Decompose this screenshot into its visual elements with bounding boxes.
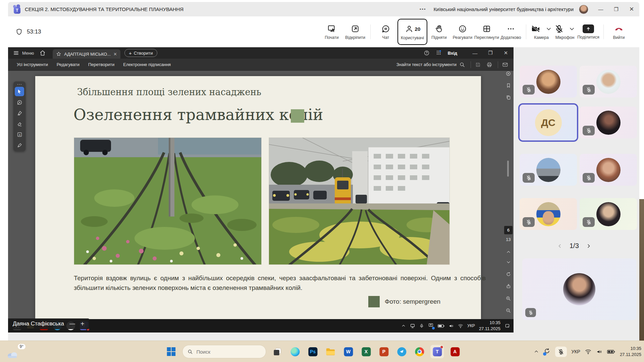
participant-tile[interactable] [520, 66, 577, 98]
taskbar-search[interactable] [182, 345, 266, 358]
task-view-button[interactable] [270, 345, 284, 358]
slide-title: Озеленення трамвайних колій [73, 106, 323, 124]
maximize-button[interactable]: ❐ [608, 2, 624, 16]
participant-tile-active-speaker[interactable]: ДС [520, 105, 577, 140]
camera-button[interactable]: Камера [530, 20, 553, 44]
toolbar-grip[interactable] [17, 83, 22, 85]
telegram-icon[interactable] [395, 345, 408, 358]
edge-icon[interactable] [288, 345, 302, 358]
chat-button[interactable]: Чат [374, 20, 397, 44]
document-tab[interactable]: АДАПТАЦІЯ МІСЬКО... ✕ [53, 49, 120, 59]
rail-comment-icon[interactable] [504, 69, 513, 77]
battery-icon[interactable] [607, 349, 615, 354]
react-button[interactable]: Реагувати [451, 20, 474, 44]
start-share-button[interactable]: Почати [320, 20, 343, 44]
comment-tool[interactable] [15, 98, 24, 107]
people-button[interactable]: 20 Користувачі [397, 19, 427, 45]
language-indicator[interactable]: УКР [572, 349, 580, 354]
export-icon[interactable] [504, 282, 513, 290]
acrobat-taskbar-icon[interactable]: A [448, 345, 462, 358]
leave-button[interactable]: Вийти [607, 20, 631, 44]
teams-taskbar-icon[interactable]: T [430, 345, 444, 358]
select-tool[interactable] [15, 87, 24, 96]
tray-mic-muted[interactable] [555, 347, 567, 357]
raise-hand-button[interactable]: Підняти [427, 20, 451, 44]
acrobat-menu-label[interactable]: Меню [22, 51, 34, 56]
participant-tile-large[interactable] [522, 258, 636, 320]
menu-all-tools[interactable]: Усі інструменти [17, 62, 48, 67]
tray-chevron-icon[interactable] [534, 349, 539, 354]
search-icon [187, 349, 193, 355]
taskbar-clock[interactable]: 10:35 27.11.2025 [620, 346, 641, 357]
acrobat-menubar: Усі інструменти Редагувати Перетворити Е… [8, 59, 514, 71]
pager-next-icon[interactable] [586, 243, 592, 249]
share-button[interactable]: Поділитися [577, 20, 600, 44]
hamburger-menu-icon[interactable] [13, 50, 19, 56]
eraser-tool[interactable] [15, 119, 24, 128]
highlight-tool[interactable] [15, 108, 24, 118]
sync-icon[interactable] [544, 348, 550, 356]
refresh-icon[interactable] [504, 270, 513, 278]
wifi-icon[interactable] [585, 349, 591, 354]
remote-lang[interactable]: УКР [467, 323, 475, 328]
home-icon[interactable] [39, 50, 46, 56]
tab-close-icon[interactable]: ✕ [113, 52, 117, 57]
menu-esign[interactable]: Електронне підписання [123, 62, 171, 67]
unpin-button[interactable]: Відкріпити [343, 20, 367, 44]
powerpoint-icon[interactable]: P [377, 345, 390, 358]
print-icon[interactable] [486, 62, 492, 68]
camera-off-icon [531, 24, 541, 34]
word-icon[interactable]: W [341, 345, 355, 358]
create-button[interactable]: +Створити [124, 49, 157, 57]
titlebar-more-icon[interactable]: ••• [420, 7, 426, 12]
text-tool[interactable]: A [15, 130, 24, 139]
scroll-up-icon[interactable] [504, 248, 513, 256]
remote-tray-chevron-icon[interactable] [401, 323, 406, 328]
user-avatar[interactable] [579, 5, 588, 14]
view-button[interactable]: Переглянути [474, 20, 499, 44]
file-explorer-icon[interactable] [324, 345, 337, 358]
close-button[interactable]: ✕ [624, 2, 639, 16]
participant-tile[interactable] [520, 198, 577, 230]
avatar [596, 111, 621, 135]
mic-button[interactable]: Мікрофон [553, 20, 577, 44]
volume-icon[interactable] [596, 349, 602, 355]
chrome-icon[interactable] [413, 345, 426, 358]
menu-convert[interactable]: Перетворити [88, 62, 114, 67]
zoom-in-icon[interactable] [504, 294, 513, 302]
acrobat-restore[interactable]: ❐ [483, 47, 498, 59]
participant-tile[interactable] [580, 154, 637, 186]
search-input[interactable] [196, 349, 253, 355]
remote-notification-icon[interactable] [504, 323, 510, 328]
nameplate-minimize-icon[interactable]: — [69, 320, 75, 327]
scroll-down-icon[interactable] [504, 258, 513, 266]
zoom-out-icon[interactable] [504, 306, 513, 314]
participant-tile[interactable] [580, 107, 637, 138]
excel-icon[interactable]: X [359, 345, 373, 358]
save-icon[interactable] [475, 62, 481, 68]
weather-widget[interactable]: 9° [7, 344, 25, 359]
help-icon[interactable] [424, 50, 430, 56]
mic-chevron-icon[interactable] [569, 25, 575, 32]
star-icon[interactable] [56, 51, 61, 57]
more-button[interactable]: Додатково [499, 20, 523, 44]
pager-prev-icon[interactable] [557, 243, 563, 249]
apps-grid-icon[interactable] [436, 50, 442, 57]
start-button[interactable] [164, 345, 178, 358]
participant-tile[interactable] [580, 198, 637, 230]
photoshop-icon[interactable]: Ps [306, 345, 319, 358]
participant-tile[interactable] [520, 154, 577, 186]
scrollbar-thumb[interactable] [507, 161, 509, 177]
search-icon[interactable] [459, 62, 465, 68]
signin-button[interactable]: Вхід [448, 51, 457, 56]
rail-clipboard-icon[interactable] [504, 94, 513, 102]
menu-edit[interactable]: Редагувати [57, 62, 79, 67]
acrobat-minimize[interactable]: — [467, 47, 483, 59]
camera-chevron-icon[interactable] [545, 25, 552, 32]
rail-bookmark-icon[interactable] [504, 81, 513, 89]
minimize-button[interactable]: — [593, 2, 608, 16]
find-label[interactable]: Знайти текст або інструменти [396, 62, 457, 67]
nameplate-pin-icon[interactable]: + [80, 320, 85, 328]
sign-tool[interactable] [15, 140, 24, 150]
participant-tile[interactable] [580, 66, 637, 98]
